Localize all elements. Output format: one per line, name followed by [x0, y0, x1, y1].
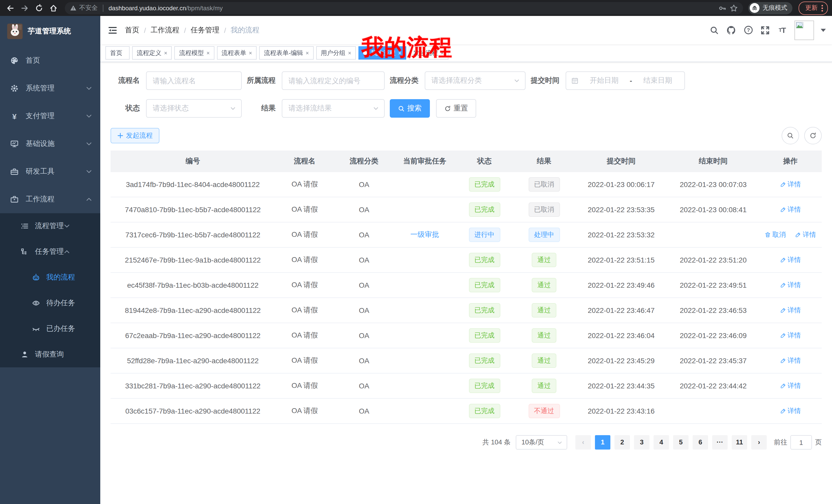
cell-name: OA 请假 [275, 273, 334, 298]
tab-close-icon[interactable]: × [398, 50, 401, 56]
table-refresh-button[interactable] [804, 127, 822, 144]
submit-time-range-picker[interactable]: 开始日期 - 结束日期 [566, 72, 685, 90]
font-size-icon[interactable]: TT [775, 23, 789, 37]
create-process-button[interactable]: 发起流程 [110, 128, 159, 143]
category-select[interactable]: 请选择流程分类 [425, 72, 525, 90]
github-icon[interactable] [725, 23, 738, 37]
fullscreen-icon[interactable] [758, 23, 772, 37]
detail-link[interactable]: 详情 [780, 356, 801, 365]
result-select[interactable]: 请选择流结果 [282, 99, 385, 118]
page-number-button[interactable]: 11 [732, 435, 747, 450]
tab-close-icon[interactable]: × [164, 50, 167, 56]
sidebar-item-task-mgmt[interactable]: 任务管理 [0, 239, 100, 264]
tab-close-icon[interactable]: × [249, 50, 252, 56]
view-tab[interactable]: 用户分组 × [316, 46, 356, 60]
header-search-icon[interactable] [707, 23, 721, 37]
sidebar-item-home[interactable]: 首页 [0, 47, 100, 75]
view-tab[interactable]: 流程表单-编辑 × [259, 46, 314, 60]
help-icon[interactable]: ? [742, 23, 755, 37]
process-name-input[interactable] [146, 72, 242, 90]
page-number-button[interactable]: 1 [595, 435, 610, 450]
page-number-button[interactable]: 4 [654, 435, 669, 450]
page-number-button[interactable]: 5 [673, 435, 688, 450]
page-content: 流程名 所属流程 流程分类 请选择流程分类 [100, 62, 832, 504]
chevron-up-icon [86, 196, 92, 202]
password-key-icon[interactable] [718, 4, 727, 12]
sidebar-item-done-task[interactable]: 已办任务 [0, 316, 100, 342]
sidebar-item-workflow[interactable]: 工作流程 [0, 186, 100, 213]
workflow-submenu: 流程管理 任务管理 我的流程 [0, 213, 100, 367]
tab-close-icon[interactable]: × [206, 50, 210, 56]
avatar-caret-icon[interactable] [821, 29, 826, 32]
sidebar-item-payment[interactable]: ¥ 支付管理 [0, 102, 100, 130]
page-number-button[interactable]: ··· [712, 435, 728, 450]
page-number-button[interactable]: 2 [615, 435, 630, 450]
prev-page-button[interactable]: ‹ [575, 435, 591, 450]
incognito-icon [750, 3, 759, 13]
breadcrumb-home[interactable]: 首页 [125, 25, 139, 35]
detail-link[interactable]: 详情 [780, 381, 801, 390]
security-warning[interactable]: 不安全 [70, 4, 98, 12]
detail-link[interactable]: 详情 [795, 230, 816, 240]
top-navbar: 首页 / 工作流程 / 任务管理 / 我的流程 ? [100, 16, 832, 44]
view-tab[interactable]: 流程模型 × [175, 46, 214, 60]
address-bar[interactable]: 不安全 dashboard.yudao.iocoder.cn/bpm/task/… [65, 2, 743, 14]
sidebar-item-system[interactable]: 系统管理 [0, 75, 100, 102]
browser-forward-button[interactable] [19, 2, 31, 14]
task-link[interactable]: 一级审批 [410, 230, 439, 239]
tab-close-icon[interactable]: × [348, 50, 352, 56]
breadcrumb-workflow[interactable]: 工作流程 [151, 25, 179, 35]
page-number-button[interactable]: 6 [693, 435, 708, 450]
bookmark-star-icon[interactable] [730, 4, 738, 12]
avatar[interactable] [795, 20, 814, 40]
tab-close-icon[interactable]: × [306, 50, 309, 56]
view-tab[interactable]: 流程表单 × [217, 46, 257, 60]
detail-link[interactable]: 详情 [780, 306, 801, 315]
browser-update-button[interactable]: 更新 [799, 1, 828, 15]
breadcrumb-task-mgmt[interactable]: 任务管理 [191, 25, 219, 35]
app-logo[interactable]: 芋道管理系统 [0, 16, 100, 47]
status-badge: 已完成 [469, 354, 500, 368]
browser-menu-icon[interactable] [821, 4, 823, 12]
status-select[interactable]: 请选择状态 [146, 99, 242, 118]
browser-home-button[interactable] [47, 2, 60, 14]
detail-link[interactable]: 详情 [780, 407, 801, 416]
view-tab[interactable]: 首页 [105, 46, 130, 60]
process-definition-input[interactable] [282, 72, 385, 90]
cell-end-time: 2022-01-22 23:49:51 [668, 273, 759, 298]
browser-reload-button[interactable] [33, 2, 45, 14]
detail-link[interactable]: 详情 [780, 255, 801, 264]
tab-close-icon[interactable]: × [440, 50, 444, 56]
sidebar-item-infra[interactable]: 基础设施 [0, 130, 100, 158]
col-status: 状态 [456, 150, 513, 172]
goto-page-input[interactable] [790, 435, 812, 450]
view-tab[interactable]: 流程定义 × [132, 46, 172, 60]
cell-name: OA 请假 [275, 222, 334, 247]
reset-button[interactable]: 重置 [436, 99, 476, 118]
cell-category: OA [334, 197, 394, 222]
sidebar-item-devtools[interactable]: 研发工具 [0, 158, 100, 186]
gear-icon [10, 84, 19, 92]
sidebar-toggle[interactable] [107, 25, 118, 35]
detail-link[interactable]: 详情 [780, 205, 801, 214]
cell-task [394, 298, 456, 323]
browser-back-button[interactable] [4, 2, 17, 14]
sidebar-item-leave-query[interactable]: 请假查询 [0, 342, 100, 367]
tab-label: 首页 [110, 47, 122, 59]
cancel-link[interactable]: 取消 [765, 230, 786, 240]
browser-chrome: 不安全 dashboard.yudao.iocoder.cn/bpm/task/… [0, 0, 832, 16]
detail-link[interactable]: 详情 [780, 331, 801, 340]
table-search-toggle[interactable] [782, 127, 799, 144]
next-page-button[interactable]: › [751, 435, 767, 450]
page-number-button[interactable]: 3 [634, 435, 649, 450]
cell-end-time: 2022-01-22 23:46:09 [668, 323, 759, 348]
search-button[interactable]: 搜索 [390, 99, 430, 118]
sidebar-item-my-process[interactable]: 我的流程 [0, 264, 100, 290]
page-size-select[interactable]: 10条/页 [516, 435, 567, 450]
sidebar-item-process-mgmt[interactable]: 流程管理 [0, 213, 100, 239]
detail-link[interactable]: 详情 [780, 281, 801, 290]
view-tab[interactable]: 我的流程 × [358, 46, 406, 60]
view-tab[interactable]: 发起流程 × [409, 46, 448, 60]
detail-link[interactable]: 详情 [780, 180, 801, 189]
sidebar-item-todo-task[interactable]: 待办任务 [0, 290, 100, 316]
